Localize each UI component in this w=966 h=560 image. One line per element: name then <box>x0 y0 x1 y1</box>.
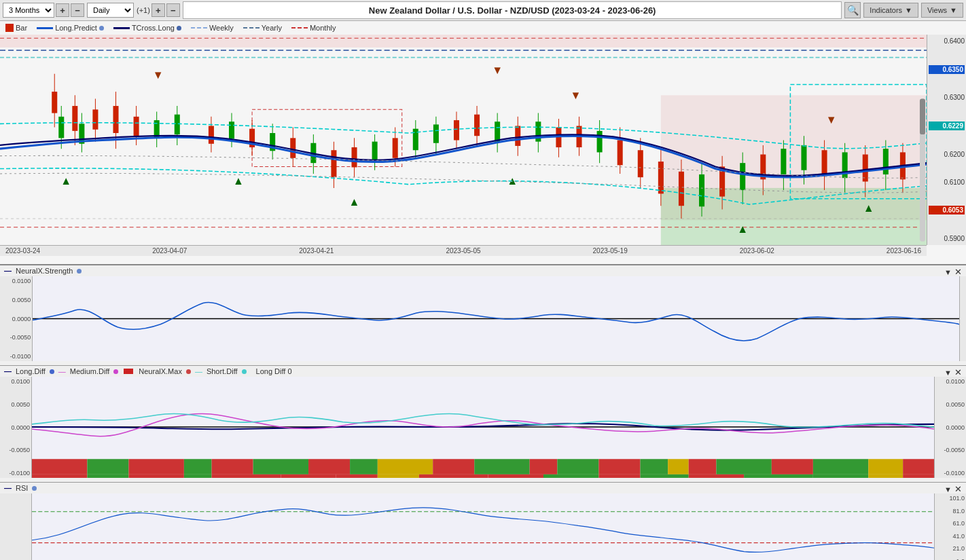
svg-rect-96 <box>883 149 889 174</box>
svg-rect-110 <box>920 99 925 135</box>
svg-rect-52 <box>433 124 439 143</box>
svg-rect-76 <box>679 172 684 206</box>
legend-monthly: Monthly <box>291 24 336 32</box>
svg-rect-136 <box>903 459 934 474</box>
period-select[interactable]: 3 Months 1 Month 6 Months 1 Year <box>3 3 54 18</box>
svg-text:▼: ▼ <box>826 113 837 126</box>
svg-rect-42 <box>331 150 336 177</box>
svg-rect-140 <box>184 474 212 478</box>
short-diff-dash: — <box>195 367 202 375</box>
price-0.6100: 0.6100 <box>929 179 965 186</box>
rsi-close-icon[interactable]: ✕ <box>954 484 962 494</box>
svg-rect-147 <box>543 474 598 478</box>
long-diff-dot <box>50 369 54 374</box>
svg-rect-72 <box>638 150 643 177</box>
svg-rect-28 <box>175 115 180 134</box>
price-chart: Bar Long.Predict TCross.Long Weekly Year… <box>0 21 966 265</box>
svg-rect-145 <box>419 474 488 478</box>
rsi-scale: 101.0 81.0 61.0 41.0 21.0 1.0 <box>934 493 966 560</box>
svg-text:▲: ▲ <box>507 174 518 186</box>
period-add-button[interactable]: + <box>56 3 69 17</box>
offset-minus-button[interactable]: − <box>166 3 180 17</box>
svg-rect-125 <box>474 459 529 474</box>
price-0.6350: 0.6350 <box>929 65 965 74</box>
rsi-svg <box>32 493 934 560</box>
rsi-close-btn[interactable]: ▼ ✕ <box>944 484 962 494</box>
neural-strength-panel: — NeuralX.Strength ▼ ✕ 0.0100 0.0050 0.0… <box>0 265 966 366</box>
svg-rect-152 <box>813 474 868 478</box>
svg-rect-46 <box>372 142 378 160</box>
svg-rect-144 <box>378 474 419 478</box>
svg-rect-141 <box>212 474 281 478</box>
interval-select[interactable]: Daily Weekly Monthly <box>87 3 134 18</box>
neuralx-max-label: NeuralX.Max <box>139 367 182 375</box>
long-predict-dot <box>99 26 104 31</box>
svg-rect-146 <box>488 474 543 478</box>
svg-text:▲: ▲ <box>349 195 360 208</box>
neural-title-dash: — <box>4 267 12 275</box>
neural-right-margin <box>959 276 966 361</box>
views-button[interactable]: Views ▼ <box>921 3 963 18</box>
medium-diff-dot <box>113 369 118 374</box>
price-0.6300: 0.6300 <box>929 94 965 101</box>
diff-close-btn[interactable]: ▼ ✕ <box>944 367 962 377</box>
svg-rect-56 <box>474 115 480 136</box>
price-0.6229: 0.6229 <box>929 122 965 130</box>
svg-rect-90 <box>822 150 827 175</box>
tcross-icon <box>113 27 130 29</box>
date-axis: 2023-03-24 2023-04-07 2023-04-21 2023-05… <box>0 245 927 256</box>
svg-rect-154 <box>903 474 934 478</box>
chart-legend: Bar Long.Predict TCross.Long Weekly Year… <box>0 21 966 35</box>
svg-rect-122 <box>350 459 378 474</box>
diff-close-icon[interactable]: ✕ <box>954 367 962 377</box>
price-chart-svg: ▼ ▼ ▼ ▼ ▲ ▲ ▲ ▲ ▲ ▲ <box>0 35 927 245</box>
interval-group: Daily Weekly Monthly <box>87 3 134 18</box>
svg-rect-1 <box>0 35 927 48</box>
svg-rect-14 <box>72 106 77 131</box>
svg-rect-38 <box>290 138 296 157</box>
period-minus-button[interactable]: − <box>71 3 84 17</box>
svg-rect-12 <box>52 92 57 113</box>
neural-title: NeuralX.Strength <box>16 267 73 275</box>
svg-rect-129 <box>641 459 668 474</box>
svg-rect-135 <box>868 459 903 474</box>
views-dropdown-icon: ▼ <box>950 6 957 14</box>
rsi-title-dash: — <box>4 484 12 492</box>
offset-add-button[interactable]: + <box>151 3 165 17</box>
diff-right-scale: 0.0100 0.0050 0.0000 -0.0050 -0.0100 <box>934 377 966 478</box>
rsi-panel: — RSI ▼ ✕ 101.0 81.0 61.0 41.0 <box>0 483 966 560</box>
price-chart-svg-container: ▼ ▼ ▼ ▼ ▲ ▲ ▲ ▲ ▲ ▲ <box>0 35 927 245</box>
svg-rect-123 <box>378 459 433 474</box>
neural-chart-area: 0.0100 0.0050 0.0000 -0.0050 -0.0100 <box>0 276 966 361</box>
svg-rect-20 <box>134 117 139 136</box>
medium-diff-label: Medium.Diff <box>70 367 109 375</box>
svg-rect-74 <box>658 162 664 193</box>
svg-text:▲: ▲ <box>60 174 71 186</box>
price-0.6400: 0.6400 <box>929 37 965 45</box>
neural-close-btn[interactable]: ▼ ✕ <box>944 267 962 277</box>
svg-rect-117 <box>128 459 183 474</box>
svg-rect-68 <box>597 131 603 153</box>
svg-rect-30 <box>209 126 214 144</box>
short-diff-dot <box>242 369 247 374</box>
short-diff-label: Short.Diff <box>207 367 238 375</box>
charts-container: Bar Long.Predict TCross.Long Weekly Year… <box>0 21 966 560</box>
diff-dropdown-icon[interactable]: ▼ <box>944 369 952 377</box>
rsi-left-spacer <box>0 493 32 560</box>
neural-close-icon[interactable]: ✕ <box>954 267 962 277</box>
rsi-dropdown-icon[interactable]: ▼ <box>944 485 952 493</box>
svg-rect-150 <box>689 474 744 478</box>
svg-rect-118 <box>184 459 212 474</box>
legend-bar: Bar <box>5 24 27 32</box>
indicators-button[interactable]: Indicators ▼ <box>863 3 918 18</box>
legend-weekly: Weekly <box>191 24 234 32</box>
svg-rect-22 <box>58 117 64 138</box>
neural-scale: 0.0100 0.0050 0.0000 -0.0050 -0.0100 <box>0 276 33 361</box>
svg-rect-149 <box>641 474 689 478</box>
chart-title: New Zealand Dollar / U.S. Dollar - NZD/U… <box>183 1 842 19</box>
search-button[interactable]: 🔍 <box>844 2 861 18</box>
offset-label: (+1) <box>137 6 150 14</box>
monthly-icon <box>291 27 308 29</box>
neural-dropdown-icon[interactable]: ▼ <box>944 268 952 276</box>
svg-rect-148 <box>598 474 640 478</box>
